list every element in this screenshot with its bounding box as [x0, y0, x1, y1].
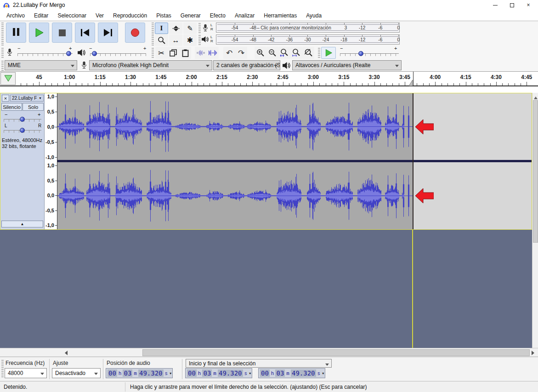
record-meter-grip[interactable]	[198, 23, 201, 33]
gain-slider-thumb[interactable]	[20, 117, 25, 122]
selection-start-format-arrow-icon[interactable]: ▾	[249, 371, 251, 375]
transport-toolbar-grip[interactable]	[1, 23, 4, 45]
menu-reproduccin[interactable]: Reproducción	[108, 11, 152, 20]
selection-start-value[interactable]: 00	[187, 369, 197, 377]
draw-tool-button[interactable]: ✎	[183, 23, 197, 34]
paste-button[interactable]	[179, 47, 191, 59]
waveform-area[interactable]	[57, 93, 532, 229]
time-shift-tool-button[interactable]: ↔	[169, 34, 182, 46]
selection-end-value[interactable]: 49.320	[291, 369, 316, 377]
pan-slider-thumb[interactable]	[20, 128, 25, 133]
zoom-selection-button[interactable]	[278, 47, 290, 59]
scroll-right-button[interactable]	[530, 348, 538, 357]
zoom-toggle-button[interactable]	[302, 47, 314, 59]
zoom-out-button[interactable]	[266, 47, 278, 59]
zoom-in-button[interactable]	[255, 47, 266, 59]
vertical-scale-ruler[interactable]: 1,00,50,0-0,5-1,01,00,50,0-0,5-1,0	[45, 93, 57, 229]
track-name-menu[interactable]: 22.Lullaby F ▼	[10, 95, 44, 102]
minimize-button[interactable]	[487, 0, 503, 10]
selection-range-mode-select[interactable]: Inicio y final de la selección	[186, 359, 332, 368]
record-volume-slider[interactable]	[17, 53, 73, 56]
play-meter[interactable]: -54-48-42-36-30-24-18-12-60	[216, 34, 400, 45]
cut-button[interactable]: ✂	[155, 47, 167, 59]
track-close-button[interactable]: ×	[2, 95, 9, 102]
envelope-tool-button[interactable]	[169, 23, 182, 34]
record-meter[interactable]: -54-48– Clic para comenzar monitorizació…	[216, 23, 400, 33]
play-speed-slider[interactable]	[340, 53, 399, 56]
zoom-tool-button[interactable]	[155, 34, 168, 46]
menu-editar[interactable]: Editar	[29, 11, 53, 20]
selection-right-boundary[interactable]	[413, 93, 413, 229]
solo-button[interactable]: Solo	[23, 103, 44, 111]
selection-start-value[interactable]: 03	[202, 369, 212, 377]
horizontal-scrollbar[interactable]	[0, 348, 538, 357]
snap-to-select[interactable]: Desactivado	[52, 368, 101, 378]
mute-button[interactable]: Silencio	[1, 103, 22, 111]
timeline-ruler[interactable]: 451:001:151:301:452:002:152:302:453:003:…	[0, 72, 538, 86]
audio-position-value[interactable]: 03	[123, 369, 132, 377]
menu-ver[interactable]: Ver	[91, 11, 108, 20]
multi-tool-button[interactable]: ✱	[183, 34, 197, 46]
project-rate-select[interactable]: 48000	[5, 368, 47, 378]
redo-button[interactable]: ↷	[235, 47, 247, 59]
waveform-left-channel[interactable]	[57, 93, 413, 160]
copy-button[interactable]	[167, 47, 179, 59]
waveform-right-channel[interactable]	[57, 162, 413, 229]
track-control-panel[interactable]: × 22.Lullaby F ▼ Silencio Solo − + L R	[0, 93, 45, 229]
audio-position-value[interactable]: 00	[108, 369, 117, 377]
silence-audio-button[interactable]	[207, 47, 219, 59]
play-meter-grip[interactable]	[198, 35, 201, 45]
close-button[interactable]: ×	[521, 0, 536, 10]
track-workspace[interactable]: × 22.Lullaby F ▼ Silencio Solo − + L R	[0, 86, 538, 348]
recording-channels-select[interactable]: 2 canales de grabación (S	[213, 60, 280, 70]
menu-analizar[interactable]: Analizar	[230, 11, 259, 20]
play-at-speed-grip[interactable]	[318, 48, 320, 58]
record-meter-mic-icon[interactable]	[202, 23, 209, 32]
stop-button[interactable]	[52, 23, 72, 43]
audio-host-select[interactable]: MME	[5, 60, 77, 70]
audio-position-field[interactable]: 00h03m49.320s▾	[106, 368, 173, 378]
recording-device-select[interactable]: Microfono (Realtek High Definit	[89, 60, 212, 70]
menu-generar[interactable]: Generar	[176, 11, 205, 20]
monitoring-hint[interactable]: – Clic para comenzar monitorización	[257, 25, 331, 30]
skip-to-end-button[interactable]	[98, 23, 118, 43]
play-volume-slider-thumb[interactable]	[92, 51, 97, 56]
menu-archivo[interactable]: Archivo	[2, 11, 29, 20]
menu-seleccionar[interactable]: Seleccionar	[53, 11, 91, 20]
play-meter-speaker-icon[interactable]	[201, 36, 209, 43]
menu-pistas[interactable]: Pistas	[152, 11, 176, 20]
play-volume-slider[interactable]	[90, 53, 146, 56]
selection-end-format-arrow-icon[interactable]: ▾	[322, 371, 324, 375]
record-volume-slider-thumb[interactable]	[66, 51, 71, 56]
record-button[interactable]	[125, 23, 145, 43]
playback-device-select[interactable]: Altavoces / Auriculares (Realte	[292, 60, 402, 70]
pinned-play-head-button[interactable]	[0, 72, 16, 85]
undo-button[interactable]: ↶	[223, 47, 235, 59]
device-toolbar-grip[interactable]	[1, 61, 4, 71]
selection-tool-button[interactable]: I	[155, 23, 168, 34]
quick-play-handle[interactable]	[409, 80, 413, 86]
vertical-scrollbar[interactable]	[532, 93, 538, 348]
mixer-toolbar-grip[interactable]	[1, 48, 4, 58]
scroll-up-icon[interactable]	[534, 95, 538, 99]
play-button[interactable]	[29, 23, 49, 43]
selection-toolbar-grip[interactable]	[1, 360, 4, 378]
menu-efecto[interactable]: Efecto	[205, 11, 230, 20]
trim-outside-button[interactable]	[195, 47, 207, 59]
audio-track[interactable]: × 22.Lullaby F ▼ Silencio Solo − + L R	[0, 93, 532, 230]
play-speed-slider-thumb[interactable]	[358, 51, 363, 56]
fit-project-button[interactable]	[290, 47, 302, 59]
menu-ayuda[interactable]: Ayuda	[301, 11, 326, 20]
tools-toolbar-grip[interactable]	[152, 23, 154, 45]
selection-end-value[interactable]: 00	[260, 369, 270, 377]
pause-button[interactable]	[6, 23, 26, 43]
audio-position-format-arrow-icon[interactable]: ▾	[170, 371, 171, 375]
selection-end-value[interactable]: 03	[275, 369, 285, 377]
audio-position-value[interactable]: 49.320	[138, 369, 164, 377]
selection-end-field[interactable]: 00h03m49.320s▾	[258, 368, 325, 378]
edit-toolbar-grip[interactable]	[152, 48, 154, 58]
track-collapse-button[interactable]: ▲	[1, 221, 43, 227]
selection-start-value[interactable]: 49.320	[218, 369, 243, 377]
scroll-left-button[interactable]	[61, 348, 69, 357]
maximize-button[interactable]	[504, 0, 520, 10]
